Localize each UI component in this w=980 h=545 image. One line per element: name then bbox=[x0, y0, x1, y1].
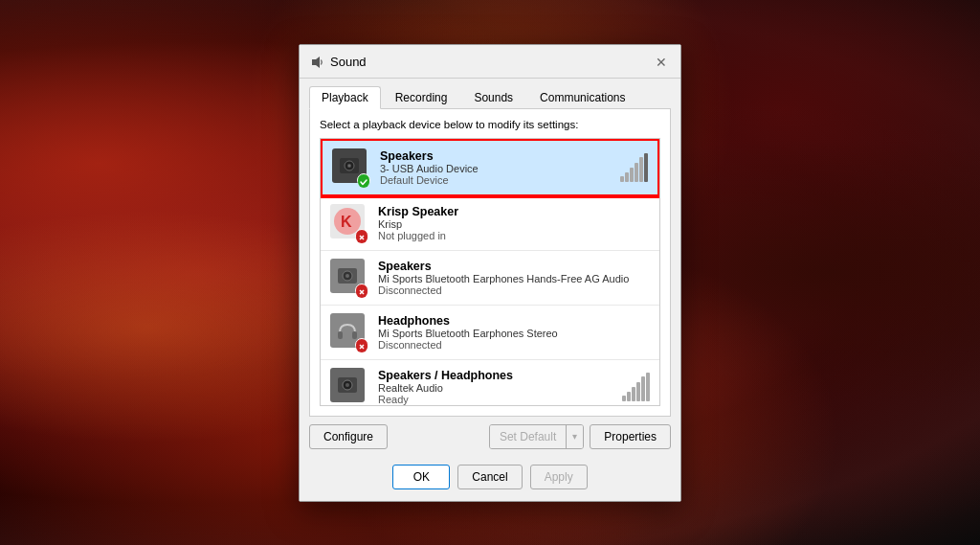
device-info-speakers-bt: Speakers Mi Sports Bluetooth Earphones H… bbox=[378, 260, 650, 296]
status-badge-red-bt bbox=[355, 284, 368, 297]
apply-button[interactable]: Apply bbox=[530, 465, 588, 489]
footer-buttons-row1: Configure Set Default ▾ Properties bbox=[300, 417, 680, 457]
tab-recording[interactable]: Recording bbox=[383, 86, 460, 108]
device-info-krisp: Krisp Speaker Krisp Not plugged in bbox=[378, 205, 650, 241]
tab-bar: Playback Recording Sounds Communications bbox=[300, 79, 680, 108]
device-info-realtek: Speakers / Headphones Realtek Audio Read… bbox=[378, 369, 612, 405]
close-button[interactable]: ✕ bbox=[652, 53, 671, 72]
sound-dialog: Sound ✕ Playback Recording Sounds Commun… bbox=[299, 44, 681, 502]
device-sub2: Not plugged in bbox=[378, 230, 650, 241]
device-icon-headphones bbox=[330, 313, 368, 352]
svg-marker-0 bbox=[312, 57, 320, 68]
dialog-title: Sound bbox=[330, 55, 367, 69]
device-icon-speakers-bt bbox=[330, 259, 368, 297]
device-name: Speakers / Headphones bbox=[378, 369, 612, 382]
device-item-speakers-bt[interactable]: Speakers Mi Sports Bluetooth Earphones H… bbox=[321, 251, 659, 306]
sound-dialog-icon bbox=[309, 55, 324, 70]
title-bar: Sound ✕ bbox=[300, 45, 680, 79]
tab-sounds[interactable]: Sounds bbox=[461, 86, 525, 108]
device-name: Speakers bbox=[380, 149, 611, 163]
playback-tab-content: Select a playback device below to modify… bbox=[309, 108, 671, 417]
cancel-button[interactable]: Cancel bbox=[457, 465, 522, 489]
device-item-krisp[interactable]: K Krisp Speaker Krisp Not plugged i bbox=[321, 196, 659, 251]
device-icon-speakers-usb bbox=[332, 148, 370, 187]
status-badge-red-krisp bbox=[355, 229, 368, 242]
device-name: Speakers bbox=[378, 260, 650, 273]
device-sub: Realtek Audio bbox=[378, 382, 612, 394]
configure-button[interactable]: Configure bbox=[309, 424, 388, 449]
device-item-realtek[interactable]: Speakers / Headphones Realtek Audio Read… bbox=[321, 360, 659, 406]
volume-bars-5 bbox=[622, 373, 650, 401]
set-default-button[interactable]: Set Default bbox=[490, 425, 566, 448]
properties-button[interactable]: Properties bbox=[590, 424, 671, 449]
device-info-speakers-usb: Speakers 3- USB Audio Device Default Dev… bbox=[380, 149, 611, 186]
tab-playback[interactable]: Playback bbox=[309, 86, 381, 109]
device-sub: 3- USB Audio Device bbox=[380, 163, 611, 174]
set-default-dropdown[interactable]: ▾ bbox=[566, 425, 583, 448]
device-sub2: Disconnected bbox=[378, 284, 650, 296]
device-sub: Mi Sports Bluetooth Earphones Stereo bbox=[378, 328, 650, 339]
instruction-text: Select a playback device below to modify… bbox=[320, 119, 660, 130]
device-name: Headphones bbox=[378, 314, 650, 328]
title-bar-left: Sound bbox=[309, 55, 367, 70]
device-sub: Krisp bbox=[378, 218, 650, 230]
ok-button[interactable]: OK bbox=[392, 465, 450, 489]
device-icon-krisp: K bbox=[330, 204, 368, 242]
device-info-headphones: Headphones Mi Sports Bluetooth Earphones… bbox=[378, 314, 650, 351]
set-default-split[interactable]: Set Default ▾ bbox=[489, 424, 584, 449]
device-icon-realtek bbox=[330, 368, 368, 406]
device-sub: Mi Sports Bluetooth Earphones Hands-Free… bbox=[378, 273, 650, 284]
svg-point-4 bbox=[348, 165, 350, 167]
svg-point-24 bbox=[345, 383, 349, 387]
tab-communications[interactable]: Communications bbox=[527, 86, 637, 108]
svg-text:K: K bbox=[341, 214, 352, 230]
svg-point-13 bbox=[345, 274, 349, 278]
device-item-headphones[interactable]: Headphones Mi Sports Bluetooth Earphones… bbox=[321, 306, 659, 360]
svg-point-5 bbox=[358, 176, 369, 188]
bottom-buttons: OK Cancel Apply bbox=[300, 457, 680, 501]
svg-rect-18 bbox=[352, 331, 357, 339]
device-sub2: Default Device bbox=[380, 174, 611, 186]
device-sub2: Ready bbox=[378, 394, 612, 405]
device-sub2: Disconnected bbox=[378, 339, 650, 351]
volume-bars-1 bbox=[620, 153, 648, 182]
device-name: Krisp Speaker bbox=[378, 205, 650, 218]
device-list[interactable]: Speakers 3- USB Audio Device Default Dev… bbox=[320, 138, 660, 406]
status-badge-red-hp bbox=[355, 338, 368, 352]
svg-rect-17 bbox=[338, 331, 343, 339]
device-item-speakers-usb[interactable]: Speakers 3- USB Audio Device Default Dev… bbox=[321, 139, 659, 196]
status-badge-green bbox=[357, 173, 370, 187]
